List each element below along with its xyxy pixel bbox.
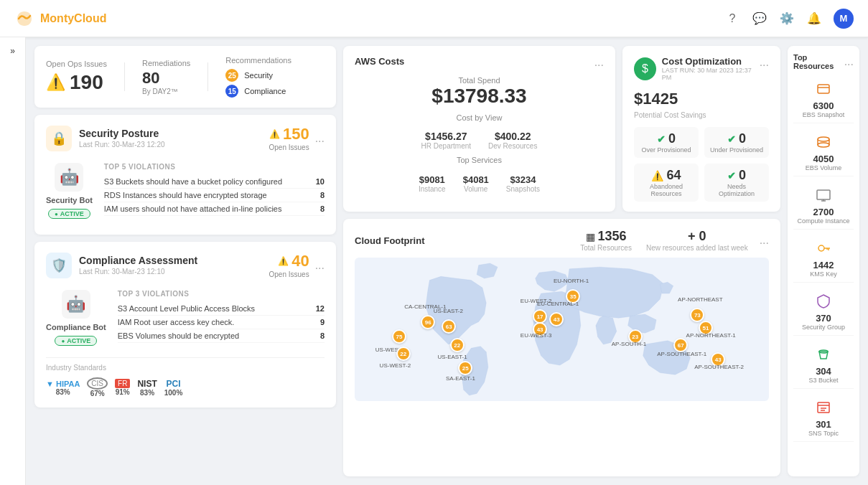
compliance-bot-status: ● ACTIVE	[55, 336, 97, 346]
remediations-section: Remediations 80 By DAY2™	[142, 59, 190, 95]
chat-icon[interactable]: 💬	[752, 11, 767, 27]
total-spend-label: Total Spend	[458, 76, 500, 85]
compliance-violations-title: TOP 3 VIOLATIONS	[118, 290, 325, 298]
industry-standards-title: Industry Standards	[46, 364, 325, 372]
violations-title: TOP 5 VIOLATIONS	[104, 163, 325, 171]
comp-violation-3: EBS Volumes should be encrypted 8	[118, 329, 325, 343]
top-resources-menu[interactable]: ...	[844, 55, 854, 68]
region-us-west-2-label: US-WEST-2	[380, 362, 411, 369]
violation-2: RDS Instances should have encrypted stor…	[104, 189, 325, 202]
aws-costs-card: AWS Costs ... Total Spend $13798.33 Cost…	[343, 46, 615, 212]
industry-standards-section: Industry Standards ▼ HIPAA 83% CIS 67% F…	[46, 357, 325, 397]
user-avatar[interactable]: M	[834, 9, 854, 29]
gear-icon[interactable]: ⚙️	[779, 11, 795, 27]
compliance-title-text: Compliance Assessment Last Run: 30-Mar-2…	[79, 255, 197, 276]
security-posture-last-run: Last Run: 30-Mar-23 12:20	[79, 141, 165, 149]
security-posture-issues-label: Open Issues	[269, 143, 309, 151]
svc-instance: $9081 Instance	[419, 174, 446, 193]
bell-icon[interactable]: 🔔	[806, 11, 822, 27]
region-us-east-1-label: US-EAST-1	[437, 354, 467, 360]
sidebar-toggle[interactable]: »	[0, 37, 26, 485]
compliance-icon: 🛡️	[46, 253, 72, 278]
cloud-footprint-title: Cloud Footprint	[355, 235, 424, 246]
compliance-bot-icon: 🤖	[62, 290, 90, 319]
region-ap-northeast-1-label: AP-NORTHEAST-1	[686, 332, 736, 339]
remediations-label: Remediations	[142, 59, 190, 67]
compliance-title: Compliance Assessment	[79, 255, 197, 266]
top-resources-panel: Top Resources ... 6300 EBS Snapshot 4050…	[788, 46, 859, 476]
security-badge: 25	[225, 69, 238, 82]
top-services-label: Top Services	[457, 156, 502, 164]
security-posture-title-group: 🔒 Security Posture Last Run: 30-Mar-23 1…	[46, 126, 165, 151]
sns-topic-icon	[813, 397, 834, 418]
resource-security-group[interactable]: 370 Security Group	[793, 287, 854, 336]
compliance-bot-section: 🤖 Compliance Bot ● ACTIVE TOP 3 VIOLATIO…	[46, 284, 325, 352]
comp-violation-1: S3 Account Level Public Access Blocks 12	[118, 302, 325, 316]
fr-logo: FR 91%	[115, 379, 130, 396]
cost-opt-icon: $	[634, 57, 656, 80]
main-layout: » Open Ops Issues ⚠️ 190 Remediations 80…	[0, 37, 868, 485]
savings-label: Potential Cost Savings	[634, 111, 706, 119]
cost-optimization-card: $ Cost Optimization LAST RUN: 30 Mar 202…	[622, 46, 780, 212]
remediations-sub: By DAY2™	[142, 88, 190, 95]
ebs-volume-icon	[813, 132, 834, 152]
cost-opt-grid: ✔ 0 Over Provisioned ✔ 0 Under Provision…	[634, 127, 769, 202]
region-us-west-2[interactable]: 22	[396, 347, 411, 361]
cost-opt-menu[interactable]: ...	[760, 56, 769, 69]
header: MontyCloud ? 💬 ⚙️ 🔔 M	[0, 0, 868, 37]
security-group-icon	[813, 291, 834, 311]
security-posture-issues-count: 150	[283, 125, 309, 143]
resource-kms-key[interactable]: 1442 KMS Key	[793, 234, 854, 283]
needs-optimization: ✔ 0 Needs Optimization	[704, 164, 769, 202]
middle-column: AWS Costs ... Total Spend $13798.33 Cost…	[343, 46, 780, 476]
footprint-stats: ▦ 1356 Total Resources + 0 New resources…	[580, 229, 747, 252]
aws-costs-menu[interactable]: ...	[594, 56, 604, 69]
compliance-last-run: Last Run: 30-Mar-23 12:10	[79, 268, 197, 276]
resource-ebs-snapshot[interactable]: 6300 EBS Snapshot	[793, 75, 854, 123]
region-us-east-2-label: US-EAST-2	[434, 308, 463, 314]
check-icon-1: ✔	[657, 133, 666, 145]
open-ops-label: Open Ops Issues	[46, 60, 107, 68]
resource-sns-topic[interactable]: 301 SNS Topic	[793, 393, 854, 442]
grid-icon: ▦	[586, 231, 595, 242]
top-resources-header: Top Resources ...	[793, 53, 854, 70]
aws-left: Total Spend $13798.33 Cost by View $1456…	[355, 76, 604, 193]
svg-point-2	[818, 137, 829, 141]
svg-rect-0	[818, 85, 829, 93]
help-icon[interactable]: ?	[724, 11, 740, 27]
cloud-footprint-header: Cloud Footprint ▦ 1356 Total Resources	[355, 229, 769, 252]
divider	[124, 62, 125, 91]
compute-instance-icon	[813, 185, 834, 205]
security-posture-menu[interactable]: ...	[315, 132, 325, 145]
resource-ebs-volume[interactable]: 4050 EBS Volume	[793, 128, 854, 176]
divider2	[207, 62, 208, 91]
resource-s3-bucket[interactable]: 304 S3 Bucket	[793, 340, 854, 389]
logo[interactable]: MontyCloud	[14, 9, 106, 29]
svc-snapshots: $3234 Snapshots	[506, 174, 540, 193]
compliance-header: 🛡️ Compliance Assessment Last Run: 30-Ma…	[46, 252, 325, 278]
region-us-west-1[interactable]: 75	[392, 329, 406, 344]
compliance-assessment-card: 🛡️ Compliance Assessment Last Run: 30-Ma…	[34, 242, 336, 408]
open-ops-count: ⚠️ 190	[46, 71, 107, 94]
compliance-violations: TOP 3 VIOLATIONS S3 Account Level Public…	[118, 290, 325, 343]
compliance-warn-icon: ⚠️	[278, 256, 289, 266]
cost-dev: $400.22 Dev Resources	[488, 131, 537, 150]
region-us-east-1[interactable]: 22	[450, 338, 465, 352]
kms-key-icon	[813, 238, 834, 258]
warn-icon-abandoned: ⚠️	[651, 170, 663, 182]
aws-costs-title: AWS Costs	[355, 56, 404, 67]
top-services: $9081 Instance $4081 Volume $3234 Snapsh…	[419, 174, 540, 193]
region-eu-west-2[interactable]: 17	[533, 309, 547, 324]
compliance-issues: ⚠️ 40 Open Issues	[269, 252, 309, 278]
new-resources-stat: + 0 New resources added last week	[646, 229, 748, 252]
svg-rect-14	[818, 402, 829, 413]
resource-compute-instance[interactable]: 2700 Compute Instance	[793, 181, 854, 230]
security-posture-title: Security Posture	[79, 128, 165, 139]
region-eu-central-1-label: EU-CENTRAL-1	[537, 301, 579, 307]
cost-opt-last-run: LAST RUN: 30 Mar 2023 12:37 PM	[662, 67, 760, 81]
compliance-menu[interactable]: ...	[315, 259, 325, 272]
footprint-menu[interactable]: ...	[760, 234, 769, 247]
recommendations-label: Recommendations	[225, 56, 291, 65]
check-icon-3: ✔	[727, 170, 736, 182]
total-spend-amount: $13798.33	[431, 85, 526, 108]
